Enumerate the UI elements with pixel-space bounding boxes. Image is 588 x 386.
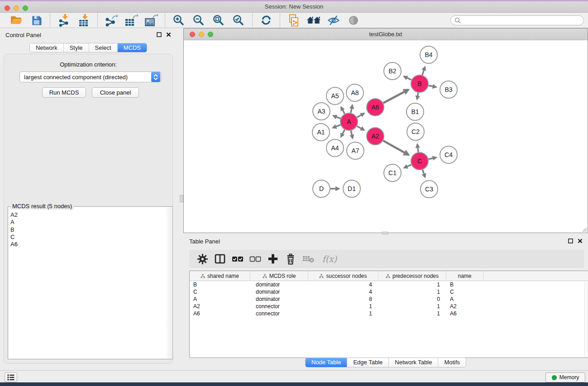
table-cell[interactable]: A2 [446,303,483,310]
network-node-D[interactable]: D [313,180,330,197]
network-edge-A6-B[interactable] [383,90,409,103]
column-header-predecessor-nodes[interactable]: predecessor nodes [378,271,446,281]
tab-motifs[interactable]: Motifs [438,358,466,367]
network-maximize-button[interactable] [208,32,213,37]
table-cell[interactable]: dominator [250,288,308,295]
tab-mcds[interactable]: MCDS [118,43,147,52]
table-cell[interactable]: connector [250,303,308,310]
table-scrollbar[interactable] [584,281,588,357]
table-cell[interactable]: A2 [190,303,250,310]
zoom-fit-icon[interactable] [211,14,226,27]
network-edge-A-A7[interactable] [351,131,353,138]
table-cell[interactable]: 1 [378,310,446,317]
window-resize-grip[interactable] [581,226,587,232]
tab-network[interactable]: Network [30,43,64,52]
network-edge-B-B1[interactable] [417,93,418,100]
import-network-icon[interactable] [57,14,71,27]
table-cell[interactable]: 1 [378,303,446,310]
network-edge-A-A1[interactable] [333,125,340,128]
column-header-mcds-role[interactable]: MCDS role [250,271,308,281]
select-all-columns-icon[interactable] [231,252,244,266]
network-node-A3[interactable]: A3 [313,103,330,120]
table-row[interactable]: A2connector11A2 [190,303,588,310]
network-node-A7[interactable]: A7 [347,142,364,159]
network-node-A1[interactable]: A1 [312,124,330,141]
close-window-button[interactable] [5,5,10,11]
network-edge-B-B2[interactable] [404,76,411,80]
tab-node-table[interactable]: Node Table [306,358,348,367]
network-node-A[interactable]: A [340,113,358,130]
table-cell[interactable]: C [446,288,483,295]
run-mcds-button[interactable]: Run MCDS [42,87,86,98]
hide-graphics-details-icon[interactable] [326,14,341,27]
table-cell[interactable]: 0 [378,295,446,303]
tab-network-table[interactable]: Network Table [389,358,438,367]
create-column-icon[interactable] [266,252,280,266]
network-node-B4[interactable]: B4 [420,46,437,63]
mcds-result-item[interactable]: C [10,234,166,241]
table-row[interactable]: Bdominator41B [190,281,588,288]
task-history-list-icon[interactable] [5,372,17,382]
show-graphics-details-icon[interactable] [346,14,361,27]
deselect-all-columns-icon[interactable] [249,252,262,266]
network-edge-C-C4[interactable] [429,157,436,159]
horizontal-splitter-handle[interactable] [382,232,388,234]
save-session-icon[interactable] [29,14,43,27]
column-header-name[interactable]: name [446,271,483,281]
network-edge-B-B4[interactable] [422,67,425,75]
table-cell[interactable]: 1 [308,303,378,310]
network-node-B3[interactable]: B3 [440,81,457,98]
delete-column-trash-icon[interactable] [284,252,297,266]
table-cell[interactable]: connector [250,310,308,317]
network-node-C2[interactable]: C2 [407,123,424,140]
table-cell[interactable]: A6 [446,310,483,317]
function-builder-icon[interactable]: f(x) [319,252,340,266]
mcds-result-item[interactable]: A6 [10,241,166,248]
export-image-icon[interactable] [144,14,158,27]
table-cell[interactable]: 1 [378,288,446,295]
network-edge-C-C3[interactable] [422,170,425,177]
table-cell[interactable]: A6 [190,310,250,317]
mcds-result-item[interactable]: B [10,226,166,234]
fullscreen-window-button[interactable] [23,5,28,11]
table-cell[interactable]: C [190,288,250,295]
tab-edge-table[interactable]: Edge Table [347,358,389,367]
table-cell[interactable]: 1 [308,310,378,317]
network-edge-B-B3[interactable] [429,86,436,87]
export-table-icon[interactable] [124,14,139,27]
import-table-icon[interactable] [76,14,91,27]
column-header-successor-nodes[interactable]: successor nodes [308,271,378,281]
search-box[interactable] [450,15,584,25]
new-network-from-selection-icon[interactable] [287,14,301,27]
table-cell[interactable]: 4 [308,288,378,295]
mcds-result-item[interactable]: A [10,219,166,226]
table-cell[interactable]: dominator [250,281,308,288]
vertical-splitter-handle[interactable] [180,195,183,202]
refresh-icon[interactable] [259,14,273,27]
delete-table-icon[interactable] [301,252,315,266]
network-close-button[interactable] [190,32,195,37]
table-cell[interactable]: 4 [308,281,378,288]
minimize-window-button[interactable] [14,5,19,11]
network-node-B2[interactable]: B2 [384,62,401,80]
network-node-A8[interactable]: A8 [346,84,363,101]
table-cell[interactable]: A [446,295,483,303]
network-minimize-button[interactable] [199,32,204,37]
table-cell[interactable]: dominator [250,295,308,303]
export-network-icon[interactable] [104,14,119,27]
table-row[interactable]: Adominator80A [190,295,588,303]
network-edge-A2-C[interactable] [383,141,408,155]
network-edge-A-A6[interactable] [357,114,364,118]
mcds-result-item[interactable]: A2 [10,211,166,219]
zoom-selected-icon[interactable] [231,14,246,27]
zoom-in-icon[interactable] [172,14,186,27]
table-cell[interactable]: 8 [308,295,378,303]
mcds-list-scrollbar[interactable] [166,207,172,358]
network-edge-A-A4[interactable] [341,130,344,137]
tab-style[interactable]: Style [64,43,89,52]
zoom-out-icon[interactable] [191,14,206,27]
close-panel-icon[interactable] [166,32,171,37]
network-canvas[interactable]: B4B2BB3A8A5A6A3B1AA1C2A2A4A7C4CC1C3DD1 [184,40,588,233]
network-node-D1[interactable]: D1 [343,180,360,197]
table-row[interactable]: Cdominator41C [190,288,588,295]
